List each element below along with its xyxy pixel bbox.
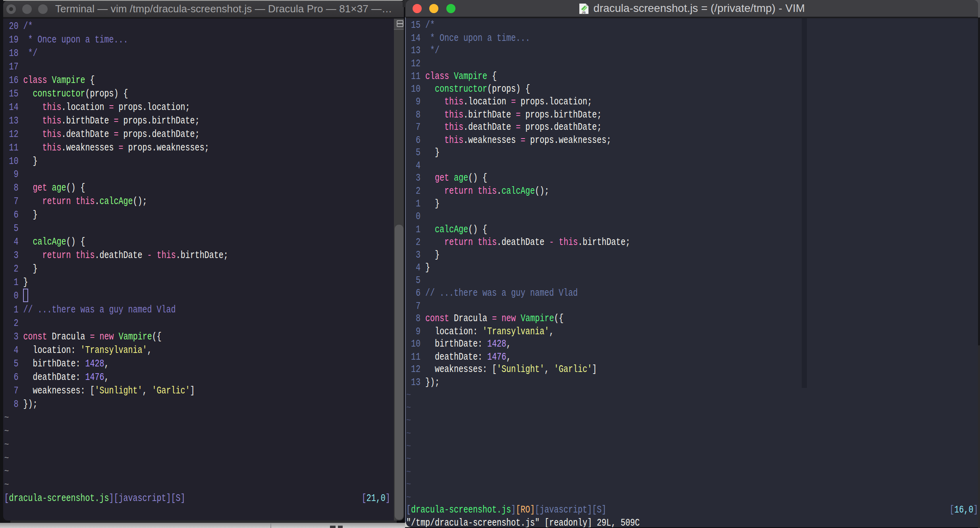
svg-text:JS: JS (582, 11, 586, 14)
